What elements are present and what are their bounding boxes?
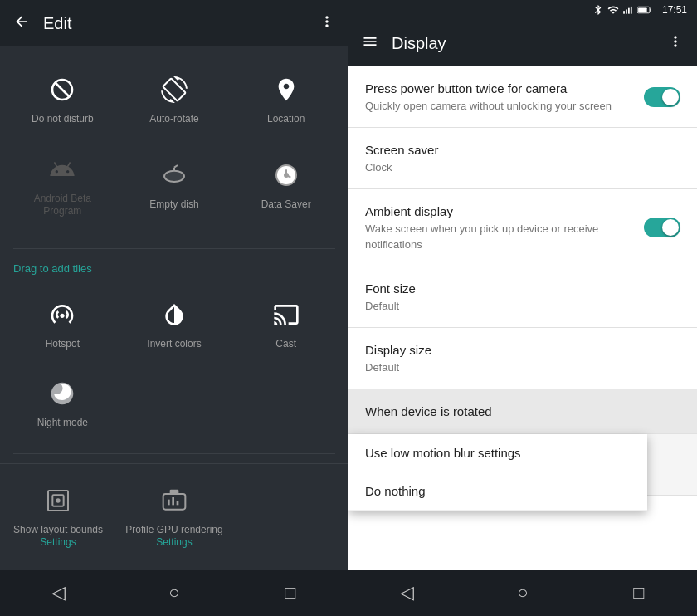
ambient-display-toggle[interactable] [644,218,680,237]
left-panel: Edit Do not disturb Auto-rotate [0,0,348,616]
data-saver-icon [270,159,303,192]
svg-rect-21 [650,8,651,12]
right-header: Display [348,20,697,66]
cast-icon [270,298,303,331]
tile-invert-colors[interactable]: Invert colors [119,285,231,364]
bottom-settings-tiles: Show layout bounds Settings Profile GPU … [0,463,348,570]
tile-android-beta[interactable]: Android Beta Program [7,139,119,232]
font-size-subtitle: Default [365,299,680,314]
left-nav-bar: ◁ ○ □ [0,570,348,616]
tile-data-saver[interactable]: Data Saver [230,139,342,232]
settings-item-ambient-display[interactable]: Ambient display Wake screen when you pic… [348,189,697,266]
tile-night-mode[interactable]: Night mode [7,364,119,443]
right-nav-bar: ◁ ○ □ [348,570,697,616]
drag-label: Drag to add tiles [0,252,348,281]
back-button[interactable] [13,13,30,34]
tile-empty-dish-label: Empty dish [149,198,198,212]
bluetooth-icon [592,4,604,16]
status-time: 17:51 [662,4,687,16]
tile-profile-gpu-label: Profile GPU rendering Settings [125,524,222,550]
display-size-subtitle: Default [365,360,680,375]
right-back-nav-button[interactable]: ◁ [382,576,431,609]
settings-item-screen-saver[interactable]: Screen saver Clock [348,128,697,189]
right-panel: 17:51 Display Press power button twice f… [348,0,697,616]
settings-item-font-size[interactable]: Font size Default [348,266,697,328]
svg-point-7 [285,174,288,177]
svg-rect-15 [177,501,179,505]
screen-saver-title: Screen saver [365,141,680,159]
tile-hotspot-label: Hotspot [46,338,80,351]
settings-item-display-size[interactable]: Display size Default [348,328,697,389]
show-layout-bounds-icon [41,484,75,517]
hotspot-icon [46,298,79,331]
tile-android-beta-label: Android Beta Program [13,193,112,218]
press-power-camera-toggle[interactable] [644,87,680,107]
svg-point-1 [164,171,184,182]
menu-button[interactable] [362,33,378,54]
dropdown-item-do-nothing[interactable]: Do nothing [348,472,647,511]
back-nav-button[interactable]: ◁ [33,576,83,609]
press-power-camera-title: Press power button twice for camera [365,80,644,97]
svg-rect-12 [170,489,179,493]
tile-do-not-disturb[interactable]: Do not disturb [7,60,119,139]
svg-line-3 [174,165,178,168]
night-mode-icon [46,377,79,410]
svg-point-10 [56,498,60,502]
settings-list: Press power button twice for camera Quic… [348,66,697,570]
tile-night-mode-label: Night mode [37,417,88,430]
right-home-nav-button[interactable]: ○ [498,576,548,609]
active-tiles-grid: Do not disturb Auto-rotate Location [0,46,348,245]
more-options-icon[interactable] [319,13,335,34]
tile-auto-rotate-label: Auto-rotate [149,113,198,126]
svg-rect-18 [628,8,630,14]
tile-location-label: Location [267,113,305,126]
profile-gpu-icon [158,484,191,517]
auto-rotate-icon [158,73,191,106]
right-recents-nav-button[interactable]: □ [614,576,664,609]
svg-rect-17 [626,9,627,13]
tile-show-layout-bounds-label: Show layout bounds Settings [13,524,103,550]
tile-location[interactable]: Location [230,60,342,139]
tile-data-saver-label: Data Saver [261,198,311,212]
battery-icon [637,4,652,16]
svg-rect-14 [172,497,174,505]
tile-empty-dish[interactable]: Empty dish [119,139,231,232]
recents-nav-button[interactable]: □ [266,576,315,609]
android-beta-icon [46,153,79,186]
tile-profile-gpu[interactable]: Profile GPU rendering Settings [116,471,232,563]
wifi-icon [607,4,619,16]
tile-invert-colors-label: Invert colors [147,338,201,351]
svg-rect-22 [638,7,647,12]
dropdown-item-low-motion[interactable]: Use low motion blur settings [348,434,647,472]
settings-item-press-power-camera[interactable]: Press power button twice for camera Quic… [348,66,697,128]
add-tiles-grid: Hotspot Invert colors Cast [0,281,348,447]
ambient-display-title: Ambient display [365,203,644,220]
signal-icon [622,4,634,16]
settings-item-device-rotated[interactable]: When device is rotated [348,389,697,434]
empty-dish-icon [158,159,191,192]
press-power-camera-subtitle: Quickly open camera without unlocking yo… [365,99,644,114]
right-more-options-icon[interactable] [667,33,684,54]
tile-hotspot[interactable]: Hotspot [7,285,119,364]
tile-show-layout-bounds[interactable]: Show layout bounds Settings [0,471,116,563]
svg-rect-19 [631,7,632,14]
ambient-display-subtitle: Wake screen when you pick up device or r… [365,222,644,252]
add-tiles-divider [13,453,335,454]
tile-auto-rotate[interactable]: Auto-rotate [119,60,231,139]
screen-saver-subtitle: Clock [365,160,680,175]
tile-do-not-disturb-label: Do not disturb [32,113,94,126]
font-size-title: Font size [365,280,680,297]
tile-cast[interactable]: Cast [230,285,342,364]
status-icons [592,4,652,16]
svg-rect-13 [168,499,170,505]
left-header: Edit [0,0,348,46]
dropdown-menu: Use low motion blur settings Do nothing [348,434,647,511]
device-rotated-title: When device is rotated [365,403,680,420]
invert-colors-icon [158,298,191,331]
svg-rect-16 [623,11,625,14]
home-nav-button[interactable]: ○ [149,576,199,609]
right-page-title: Display [392,34,654,53]
tiles-divider [13,248,335,249]
location-icon [270,73,303,106]
tile-cast-label: Cast [275,338,296,351]
